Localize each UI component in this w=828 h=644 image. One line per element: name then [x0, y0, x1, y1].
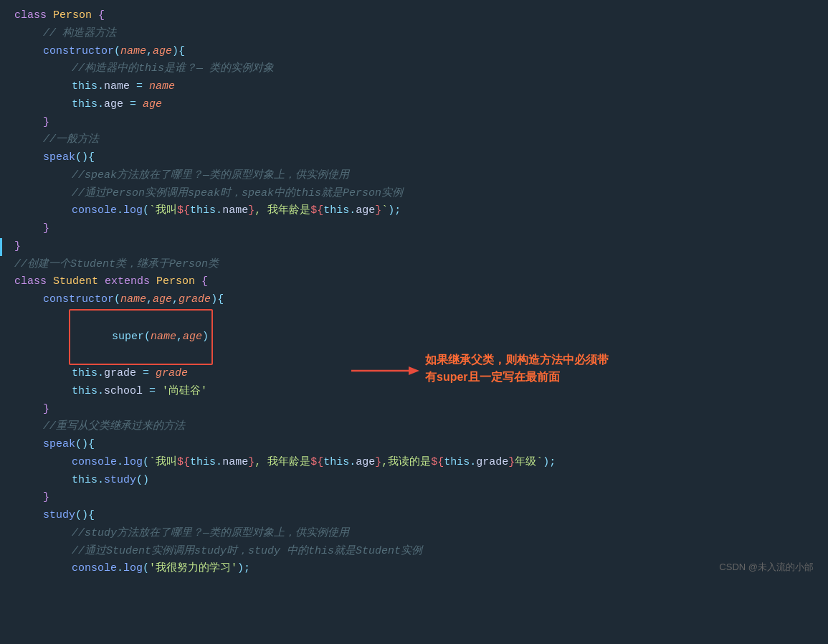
code-line: // 构造器方法 [0, 25, 828, 43]
code-line: console.log(`我叫${this.name}, 我年龄是${this.… [0, 202, 828, 220]
code-line: console.log(`我叫${this.name}, 我年龄是${this.… [0, 454, 828, 472]
annotation-text: 如果继承父类，则构造方法中必须带有super且一定写在最前面 [425, 351, 612, 386]
watermark: CSDN @未入流的小邰 [719, 559, 814, 574]
code-line: //通过Student实例调用study时，study 中的this就是Stud… [0, 543, 828, 561]
code-line: this.name = name [0, 78, 828, 96]
code-line: //构造器中的this是谁？— 类的实例对象 [0, 60, 828, 78]
code-line: constructor(name,age,grade){ [0, 291, 828, 309]
code-line-closing-brace: } [0, 238, 828, 256]
code-line: } [0, 401, 828, 419]
code-line: console.log('我很努力的学习'); [0, 560, 828, 578]
annotation-arrow [351, 356, 419, 385]
code-line: //创建一个Student类，继承于Person类 [0, 256, 828, 274]
svg-marker-1 [409, 366, 419, 375]
code-block: class Person { // 构造器方法 constructor(name… [0, 0, 828, 585]
code-line: //通过Person实例调用speak时，speak中的this就是Person… [0, 185, 828, 203]
code-line: } [0, 489, 828, 507]
code-line: //重写从父类继承过来的方法 [0, 418, 828, 436]
annotation: 如果继承父类，则构造方法中必须带有super且一定写在最前面 [351, 351, 612, 386]
code-line: this.study() [0, 472, 828, 490]
code-line: } [0, 114, 828, 132]
code-line: } [0, 220, 828, 238]
code-line: class Person { [0, 7, 828, 25]
code-line: speak(){ [0, 436, 828, 454]
code-line: constructor(name,age){ [0, 43, 828, 61]
code-line: //study方法放在了哪里？—类的原型对象上，供实例使用 [0, 525, 828, 543]
code-line: this.age = age [0, 96, 828, 114]
code-line: //一般方法 [0, 131, 828, 149]
code-line: speak(){ [0, 149, 828, 167]
super-call-highlight: super(name,age) [69, 309, 213, 365]
code-line: //speak方法放在了哪里？—类的原型对象上，供实例使用 [0, 167, 828, 185]
code-line: study(){ [0, 507, 828, 525]
code-line: class Student extends Person { [0, 273, 828, 291]
